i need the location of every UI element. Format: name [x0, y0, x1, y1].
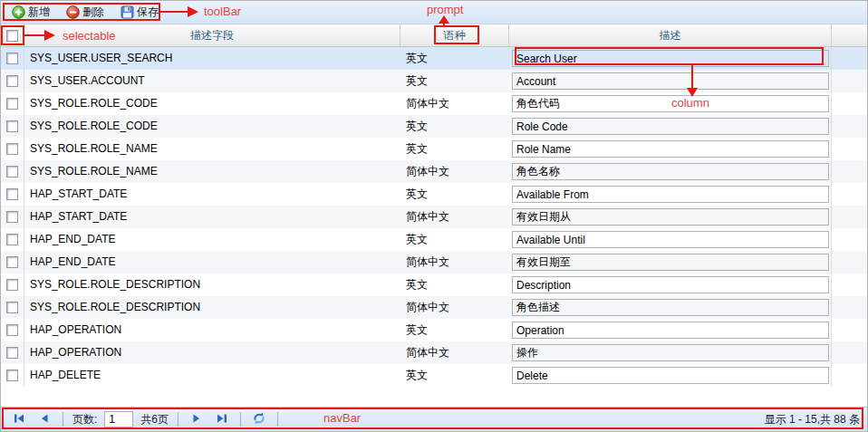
last-page-icon — [215, 411, 229, 428]
header-cell-lang[interactable]: 语种 — [400, 24, 509, 46]
row-checkbox[interactable] — [6, 324, 18, 336]
desc-input[interactable] — [512, 95, 829, 112]
cell-desc — [509, 364, 832, 387]
table-row[interactable]: SYS_ROLE.ROLE_NAME 英文 — [1, 138, 867, 160]
desc-input[interactable] — [512, 208, 829, 226]
row-checkbox-cell — [1, 274, 24, 296]
desc-input[interactable] — [512, 299, 829, 316]
prev-page-button[interactable] — [35, 410, 53, 428]
row-checkbox[interactable] — [6, 188, 18, 200]
row-checkbox[interactable] — [6, 347, 18, 359]
table-row[interactable]: HAP_START_DATE 简体中文 — [1, 206, 867, 228]
desc-input[interactable] — [512, 186, 829, 203]
desc-input[interactable] — [512, 72, 829, 90]
add-icon — [12, 5, 25, 19]
header-cell-spacer — [832, 24, 867, 46]
row-checkbox[interactable] — [6, 75, 18, 87]
cell-spacer — [832, 47, 867, 70]
next-page-button[interactable] — [188, 410, 206, 428]
row-checkbox-cell — [1, 47, 24, 70]
save-button[interactable]: 保存 — [121, 5, 159, 20]
desc-input[interactable] — [512, 254, 829, 271]
row-checkbox[interactable] — [6, 302, 18, 313]
row-checkbox[interactable] — [6, 166, 18, 178]
cell-field: HAP_OPERATION — [24, 341, 400, 364]
desc-input[interactable] — [512, 118, 829, 135]
delete-button-label: 删除 — [82, 5, 104, 20]
select-all-checkbox[interactable] — [6, 30, 18, 42]
cell-desc — [509, 274, 832, 296]
first-page-icon — [12, 411, 26, 428]
row-checkbox[interactable] — [6, 279, 18, 291]
delete-button[interactable]: 删除 — [66, 5, 104, 20]
desc-input[interactable] — [512, 344, 829, 361]
cell-lang: 简体中文 — [400, 160, 509, 183]
header-cell-desc[interactable]: 描述 — [509, 24, 832, 46]
add-button[interactable]: 新增 — [12, 5, 50, 20]
cell-desc — [509, 47, 832, 70]
cell-lang: 英文 — [400, 183, 509, 206]
cell-lang: 英文 — [400, 319, 509, 341]
desc-input[interactable] — [512, 276, 829, 293]
next-page-icon — [189, 411, 204, 428]
table-row[interactable]: SYS_USER.ACCOUNT 英文 — [1, 70, 867, 92]
row-checkbox[interactable] — [6, 143, 18, 155]
page-label: 页数: — [72, 412, 97, 427]
pager-separator — [240, 412, 241, 427]
header-cell-field[interactable]: 描述字段 — [24, 24, 400, 46]
row-checkbox-cell — [1, 364, 24, 387]
row-checkbox[interactable] — [6, 53, 18, 64]
row-checkbox[interactable] — [6, 120, 18, 132]
row-checkbox-cell — [1, 70, 24, 92]
row-checkbox-cell — [1, 341, 24, 364]
table-row[interactable]: HAP_END_DATE 英文 — [1, 228, 867, 251]
header-cell-select-all[interactable] — [1, 24, 24, 46]
desc-input[interactable] — [512, 50, 829, 67]
row-checkbox[interactable] — [6, 370, 18, 381]
cell-spacer — [832, 206, 867, 228]
table-row[interactable]: HAP_OPERATION 英文 — [1, 319, 867, 341]
cell-spacer — [832, 138, 867, 160]
desc-input[interactable] — [512, 322, 829, 339]
cell-field: HAP_START_DATE — [24, 183, 400, 206]
save-button-label: 保存 — [137, 5, 159, 20]
cell-field: HAP_START_DATE — [24, 206, 400, 228]
table-row[interactable]: SYS_ROLE.ROLE_DESCRIPTION 简体中文 — [1, 296, 867, 319]
refresh-button[interactable] — [250, 410, 268, 428]
desc-input[interactable] — [512, 140, 829, 158]
table-row[interactable]: HAP_DELETE 英文 — [1, 364, 867, 387]
pager-separator — [63, 412, 63, 427]
row-checkbox[interactable] — [6, 234, 18, 245]
row-checkbox[interactable] — [6, 211, 18, 223]
desc-input[interactable] — [512, 163, 829, 180]
cell-desc — [509, 319, 832, 341]
cell-lang: 简体中文 — [400, 296, 509, 319]
last-page-button[interactable] — [213, 410, 231, 428]
desc-input[interactable] — [512, 231, 829, 248]
table-row[interactable]: SYS_ROLE.ROLE_CODE 英文 — [1, 115, 867, 138]
table-row[interactable]: HAP_START_DATE 英文 — [1, 183, 867, 206]
desc-input[interactable] — [512, 367, 829, 384]
row-checkbox[interactable] — [6, 256, 18, 268]
table-row[interactable]: SYS_ROLE.ROLE_DESCRIPTION 英文 — [1, 274, 867, 296]
cell-field: SYS_ROLE.ROLE_DESCRIPTION — [24, 296, 400, 319]
row-checkbox[interactable] — [6, 98, 18, 110]
cell-spacer — [832, 183, 867, 206]
cell-lang: 简体中文 — [400, 251, 509, 274]
row-checkbox-cell — [1, 206, 24, 228]
cell-lang: 英文 — [400, 364, 509, 387]
cell-spacer — [832, 160, 867, 183]
first-page-button[interactable] — [10, 410, 28, 428]
cell-lang: 简体中文 — [400, 92, 509, 115]
add-button-label: 新增 — [28, 5, 50, 20]
cell-spacer — [832, 296, 867, 319]
table-row[interactable]: HAP_OPERATION 简体中文 — [1, 341, 867, 364]
grid-header: 描述字段 语种 描述 — [1, 24, 867, 47]
table-row[interactable]: SYS_USER.USER_SEARCH 英文 — [1, 47, 867, 70]
row-checkbox-cell — [1, 138, 24, 160]
toolbar: 新增 删除 保存 — [1, 1, 867, 24]
table-row[interactable]: HAP_END_DATE 简体中文 — [1, 251, 867, 274]
table-row[interactable]: SYS_ROLE.ROLE_NAME 简体中文 — [1, 160, 867, 183]
page-input[interactable] — [104, 411, 133, 427]
table-row[interactable]: SYS_ROLE.ROLE_CODE 简体中文 — [1, 92, 867, 115]
